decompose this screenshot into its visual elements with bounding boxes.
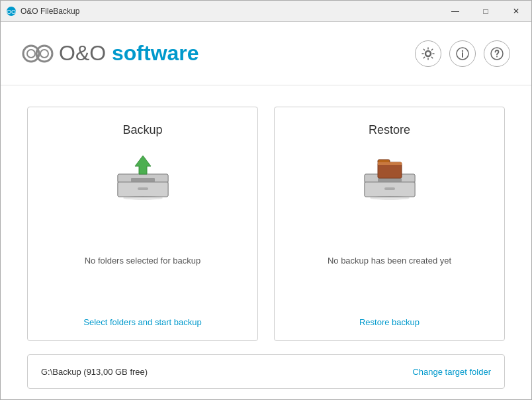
maximize-button[interactable]: □ [470,1,501,22]
help-button[interactable] [484,40,510,67]
cards-row: Backup [27,107,505,341]
header-icons [415,40,510,67]
restore-card: Restore [274,107,505,341]
svg-text:OO: OO [7,9,16,15]
minimize-button[interactable]: — [440,1,470,22]
restore-action-link[interactable]: Restore backup [359,317,420,327]
bottom-bar: G:\Backup (913,00 GB free) Change target… [27,354,505,389]
title-bar: OO O&O FileBackup — □ ✕ [1,1,531,22]
svg-marker-18 [135,156,151,174]
restore-card-title: Restore [369,123,410,137]
backup-action-link[interactable]: Select folders and start backup [83,317,202,327]
svg-point-5 [40,50,48,58]
question-icon [490,46,504,61]
svg-point-12 [496,56,498,57]
svg-rect-22 [378,178,402,182]
info-button[interactable] [449,40,476,67]
close-button[interactable]: ✕ [501,1,531,22]
main-content: Backup [1,85,531,399]
window-controls: — □ ✕ [440,1,531,22]
restore-status: No backup has been created yet [328,214,451,307]
restore-drawer-icon [358,153,421,201]
backup-card-title: Backup [122,123,162,137]
change-target-link[interactable]: Change target folder [412,367,491,377]
app-icon: OO [6,6,17,17]
svg-rect-17 [138,187,148,190]
backup-card: Backup [27,107,258,341]
backup-drawer-icon [111,153,175,201]
svg-point-6 [426,51,431,56]
oo-logo-icon [22,38,54,70]
backup-icon [110,150,176,203]
main-window: OO O&O FileBackup — □ ✕ O&O software [0,0,532,400]
svg-rect-24 [384,187,395,190]
svg-rect-15 [131,178,155,182]
svg-point-4 [27,50,35,58]
restore-icon [357,150,423,203]
logo-software: software [112,41,199,65]
svg-point-28 [370,196,410,200]
header: O&O software [1,22,531,85]
settings-button[interactable] [415,40,441,67]
window-title: O&O FileBackup [21,7,79,16]
svg-point-19 [123,196,163,200]
svg-point-10 [462,50,463,51]
backup-status: No folders selected for backup [85,214,201,307]
logo-area: O&O software [22,38,199,70]
title-bar-left: OO O&O FileBackup [6,6,79,17]
gear-icon [421,46,435,61]
logo-text: O&O software [59,41,199,66]
target-path: G:\Backup (913,00 GB free) [41,367,148,377]
info-icon [455,46,470,61]
svg-rect-27 [378,162,402,165]
